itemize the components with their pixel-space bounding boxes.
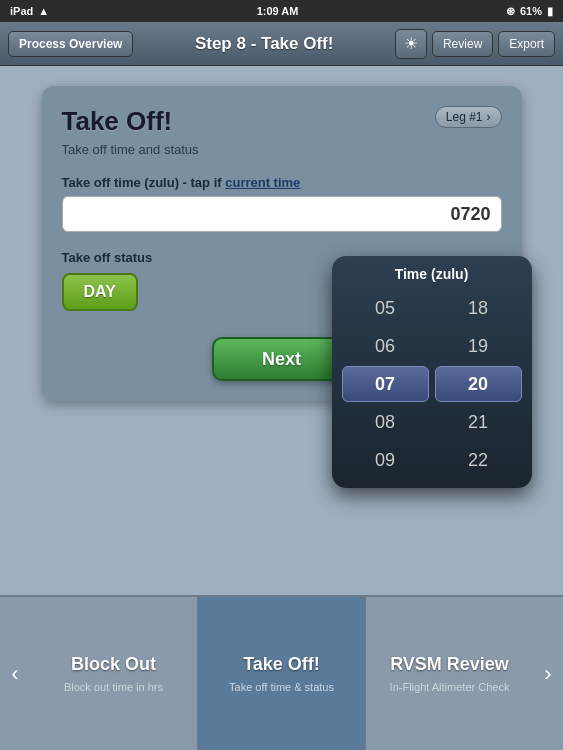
hour-07[interactable]: 07 bbox=[342, 366, 429, 402]
minute-20[interactable]: 20 bbox=[435, 366, 522, 402]
rvsm-title: RVSM Review bbox=[390, 654, 509, 675]
wifi-icon: ▲ bbox=[38, 5, 49, 17]
brightness-button[interactable]: ☀ bbox=[395, 29, 427, 59]
time-picker: Time (zulu) 05 06 07 08 09 18 19 20 21 2… bbox=[332, 256, 532, 488]
time-value: 0720 bbox=[450, 204, 490, 225]
card-header: Take Off! Leg #1 › bbox=[62, 106, 502, 137]
nav-bar-title: Step 8 - Take Off! bbox=[133, 34, 395, 54]
next-button[interactable]: Next bbox=[212, 337, 352, 381]
time-field-label-text: Take off time (zulu) - tap if bbox=[62, 175, 222, 190]
bottom-nav-item-take-off[interactable]: Take Off! Take off time & status bbox=[198, 597, 366, 750]
bottom-nav-item-block-out[interactable]: Block Out Block out time in hrs bbox=[30, 597, 198, 750]
block-out-subtitle: Block out time in hrs bbox=[64, 681, 163, 693]
right-arrow[interactable]: › bbox=[533, 597, 563, 750]
block-out-title: Block Out bbox=[71, 654, 156, 675]
export-button[interactable]: Export bbox=[498, 31, 555, 57]
hour-08[interactable]: 08 bbox=[342, 404, 429, 440]
hour-09[interactable]: 09 bbox=[342, 442, 429, 478]
minute-19[interactable]: 19 bbox=[435, 328, 522, 364]
time-picker-columns: 05 06 07 08 09 18 19 20 21 22 bbox=[342, 290, 522, 478]
review-button[interactable]: Review bbox=[432, 31, 493, 57]
battery-icon: ▮ bbox=[547, 5, 553, 18]
card-title: Take Off! bbox=[62, 106, 173, 137]
process-overview-button[interactable]: Process Overview bbox=[8, 31, 133, 57]
battery-label: 61% bbox=[520, 5, 542, 17]
carrier-label: iPad bbox=[10, 5, 33, 17]
status-bar-left: iPad ▲ bbox=[10, 5, 49, 17]
status-bar-time: 1:09 AM bbox=[257, 5, 299, 17]
time-field-label: Take off time (zulu) - tap if current ti… bbox=[62, 175, 502, 190]
hours-column[interactable]: 05 06 07 08 09 bbox=[342, 290, 429, 478]
bluetooth-icon: ⊛ bbox=[506, 5, 515, 18]
minute-21[interactable]: 21 bbox=[435, 404, 522, 440]
take-off-subtitle: Take off time & status bbox=[229, 681, 334, 693]
hour-05[interactable]: 05 bbox=[342, 290, 429, 326]
bottom-nav-item-rvsm[interactable]: RVSM Review In-Flight Altimeter Check bbox=[366, 597, 533, 750]
time-input[interactable]: 0720 bbox=[62, 196, 502, 232]
bottom-nav: ‹ Block Out Block out time in hrs Take O… bbox=[0, 595, 563, 750]
main-content: Take Off! Leg #1 › Take off time and sta… bbox=[0, 66, 563, 595]
minute-22[interactable]: 22 bbox=[435, 442, 522, 478]
leg-badge[interactable]: Leg #1 › bbox=[435, 106, 502, 128]
nav-right-buttons: ☀ Review Export bbox=[395, 29, 555, 59]
card: Take Off! Leg #1 › Take off time and sta… bbox=[42, 86, 522, 401]
card-subtitle: Take off time and status bbox=[62, 142, 502, 157]
status-bar: iPad ▲ 1:09 AM ⊛ 61% ▮ bbox=[0, 0, 563, 22]
status-bar-right: ⊛ 61% ▮ bbox=[506, 5, 553, 18]
hour-06[interactable]: 06 bbox=[342, 328, 429, 364]
status-button[interactable]: DAY bbox=[62, 273, 138, 311]
left-arrow[interactable]: ‹ bbox=[0, 597, 30, 750]
current-time-link[interactable]: current time bbox=[225, 175, 300, 190]
time-picker-title: Time (zulu) bbox=[342, 266, 522, 282]
rvsm-subtitle: In-Flight Altimeter Check bbox=[390, 681, 510, 693]
nav-bar: Process Overview Step 8 - Take Off! ☀ Re… bbox=[0, 22, 563, 66]
chevron-right-icon: › bbox=[487, 110, 491, 124]
minutes-column[interactable]: 18 19 20 21 22 bbox=[435, 290, 522, 478]
minute-18[interactable]: 18 bbox=[435, 290, 522, 326]
leg-badge-label: Leg #1 bbox=[446, 110, 483, 124]
take-off-title: Take Off! bbox=[243, 654, 320, 675]
bottom-nav-items: Block Out Block out time in hrs Take Off… bbox=[30, 597, 533, 750]
